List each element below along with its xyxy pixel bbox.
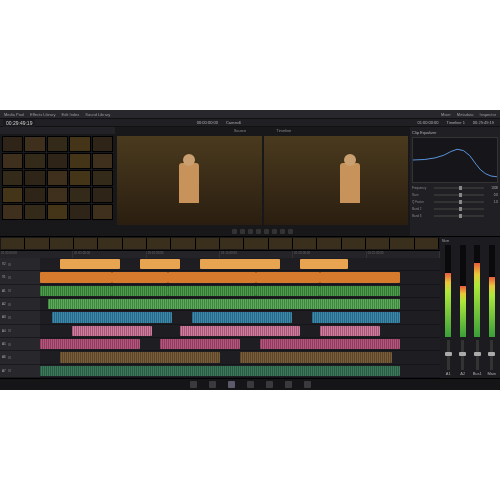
clip-thumbnail[interactable] <box>2 170 23 186</box>
mute-icon[interactable] <box>8 289 11 292</box>
clip-thumbnail[interactable] <box>47 136 68 152</box>
track-header-a5[interactable]: A5 <box>0 338 40 351</box>
source-tc: 00:00:00:00 <box>197 120 218 125</box>
fader[interactable] <box>447 340 450 370</box>
mediapool-toggle[interactable]: Media Pool <box>4 112 24 117</box>
clip-thumbnail[interactable] <box>2 136 23 152</box>
clip-thumbnail[interactable] <box>24 187 45 203</box>
color-page-icon[interactable] <box>266 381 273 388</box>
track-header-a3[interactable]: A3 <box>0 311 40 324</box>
mixer-channel[interactable]: Bus1 <box>471 245 484 376</box>
timeline-dur: 00:29:49:19 <box>473 120 494 125</box>
page-nav <box>0 378 500 390</box>
pool-header <box>0 127 115 134</box>
clip-thumbnail[interactable] <box>24 153 45 169</box>
clip-thumbnail[interactable] <box>2 153 23 169</box>
prev-button[interactable] <box>232 229 237 234</box>
mute-icon[interactable] <box>8 356 11 359</box>
play-button[interactable] <box>256 229 261 234</box>
clip-thumbnail[interactable] <box>69 170 90 186</box>
clip-thumbnail[interactable] <box>24 204 45 220</box>
mark-in-button[interactable] <box>280 229 285 234</box>
mute-icon[interactable] <box>8 263 11 266</box>
clip-thumbnail[interactable] <box>2 204 23 220</box>
top-toolbar: Media Pool Effects Library Edit Index So… <box>0 110 500 119</box>
q-slider[interactable] <box>434 201 484 203</box>
gain-slider[interactable] <box>434 194 484 196</box>
clip-thumbnail[interactable] <box>92 187 113 203</box>
clip-thumbnail[interactable] <box>47 170 68 186</box>
q-value: 1.0 <box>486 200 498 204</box>
mark-out-button[interactable] <box>288 229 293 234</box>
band-slider[interactable] <box>434 208 484 210</box>
transport-controls <box>115 227 410 236</box>
cut-page-icon[interactable] <box>209 381 216 388</box>
eq-graph[interactable] <box>412 137 498 183</box>
track-header-a1[interactable]: A1 <box>0 285 40 298</box>
freq-slider[interactable] <box>434 187 484 189</box>
sound-toggle[interactable]: Sound Library <box>85 112 110 117</box>
clip-thumbnail[interactable] <box>92 136 113 152</box>
metadata-toggle[interactable]: Metadata <box>457 112 474 117</box>
fusion-page-icon[interactable] <box>247 381 254 388</box>
mixer-channel[interactable]: A1 <box>442 245 455 376</box>
audio-meters: A1 A2 Bus1 Main <box>442 245 498 376</box>
track-header-a6[interactable]: A6 <box>0 351 40 364</box>
loop-button[interactable] <box>272 229 277 234</box>
mute-icon[interactable] <box>8 303 11 306</box>
clip-thumbnail[interactable] <box>47 187 68 203</box>
timeline-viewer-label: Timeline <box>276 128 291 133</box>
timeline-viewer[interactable] <box>264 136 409 225</box>
tracks-area: V2 V1 A1 A2 A3 A4 A5 A6 A7 <box>0 258 440 378</box>
clips-area[interactable] <box>40 258 440 378</box>
mute-icon[interactable] <box>8 369 11 372</box>
clip-thumbnail[interactable] <box>47 153 68 169</box>
stop-button[interactable] <box>248 229 253 234</box>
mute-icon[interactable] <box>8 343 11 346</box>
track-header-v2[interactable]: V2 <box>0 258 40 271</box>
freq-label: Frequency <box>412 186 432 190</box>
track-header-v1[interactable]: V1 <box>0 271 40 284</box>
clip-thumbnail[interactable] <box>24 136 45 152</box>
play-reverse-button[interactable] <box>240 229 245 234</box>
fader[interactable] <box>490 340 493 370</box>
mixer-channel[interactable]: A2 <box>457 245 470 376</box>
mixer-toggle[interactable]: Mixer <box>441 112 451 117</box>
mute-icon[interactable] <box>8 329 11 332</box>
gain-value: 0.0 <box>486 193 498 197</box>
clip-thumbnail[interactable] <box>2 187 23 203</box>
inspector-toggle[interactable]: Inspector <box>480 112 496 117</box>
edit-page-icon[interactable] <box>228 381 235 388</box>
filmstrip[interactable] <box>0 237 440 251</box>
media-page-icon[interactable] <box>190 381 197 388</box>
clip-thumbnail[interactable] <box>69 187 90 203</box>
clip-thumbnail[interactable] <box>69 153 90 169</box>
track-header-a4[interactable]: A4 <box>0 325 40 338</box>
timecode-ruler[interactable]: 01:00:00:0001:05:00:0001:10:00:0001:15:0… <box>0 251 440 258</box>
source-viewer[interactable] <box>117 136 262 225</box>
inspector-panel: Clip Equalizer Frequency1000 Gain0.0 Q F… <box>410 127 500 236</box>
clip-thumbnail[interactable] <box>92 153 113 169</box>
deliver-page-icon[interactable] <box>304 381 311 388</box>
fairlight-page-icon[interactable] <box>285 381 292 388</box>
track-header-a2[interactable]: A2 <box>0 298 40 311</box>
mixer-channel[interactable]: Main <box>486 245 499 376</box>
clip-thumbnail[interactable] <box>92 204 113 220</box>
band-slider[interactable] <box>434 215 484 217</box>
clip-thumbnail[interactable] <box>24 170 45 186</box>
clip-thumbnail[interactable] <box>69 136 90 152</box>
clip-thumbnail[interactable] <box>92 170 113 186</box>
mute-icon[interactable] <box>8 276 11 279</box>
mute-icon[interactable] <box>8 316 11 319</box>
effects-toggle[interactable]: Effects Library <box>30 112 56 117</box>
timeline-name[interactable]: Timeline 1 <box>447 120 465 125</box>
fader[interactable] <box>461 340 464 370</box>
next-button[interactable] <box>264 229 269 234</box>
thumbnail-grid <box>0 134 115 236</box>
clip-thumbnail[interactable] <box>47 204 68 220</box>
index-toggle[interactable]: Edit Index <box>62 112 80 117</box>
clip-thumbnail[interactable] <box>69 204 90 220</box>
timeline-tc: 01:00:00:00 <box>417 120 438 125</box>
fader[interactable] <box>476 340 479 370</box>
track-header-a7[interactable]: A7 <box>0 365 40 378</box>
